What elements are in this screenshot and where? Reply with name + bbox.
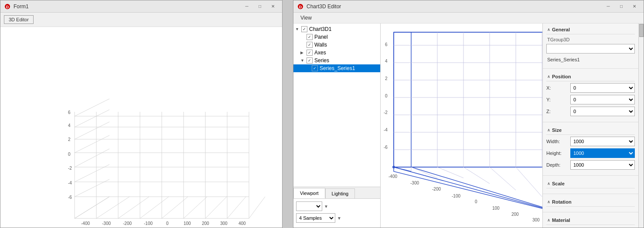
3d-editor-button[interactable]: 3D Editor bbox=[4, 15, 34, 24]
tab-lighting[interactable]: Lighting bbox=[325, 188, 355, 198]
scrollbar-thumb[interactable] bbox=[639, 24, 644, 37]
x-dropdown[interactable]: 0 bbox=[570, 83, 635, 93]
z-dropdown[interactable]: 0 bbox=[570, 107, 635, 116]
size-header[interactable]: ∧ Size bbox=[546, 126, 635, 135]
editor-minimize-button[interactable]: ─ bbox=[603, 2, 614, 11]
depth-row: Depth: 1000 bbox=[546, 160, 635, 170]
x-label: X: bbox=[546, 85, 570, 91]
series-name-label: Series_Series1 bbox=[546, 56, 635, 65]
form1-close-button[interactable]: ✕ bbox=[267, 2, 279, 11]
general-header[interactable]: ∧ General bbox=[546, 25, 635, 34]
tree-item-axes[interactable]: ▶ ✓ Axes bbox=[293, 49, 380, 57]
series-series1-checkbox[interactable]: ✓ bbox=[312, 65, 318, 71]
tree-item-chart3d1[interactable]: ▼ ✓ Chart3D1 bbox=[293, 25, 380, 33]
svg-text:2: 2 bbox=[385, 76, 388, 81]
form1-app-icon: D bbox=[4, 3, 11, 10]
series-checkbox[interactable]: ✓ bbox=[307, 57, 313, 64]
svg-text:-400: -400 bbox=[388, 174, 397, 179]
svg-text:-2: -2 bbox=[384, 110, 388, 115]
svg-text:300: 300 bbox=[532, 218, 540, 222]
svg-line-36 bbox=[96, 197, 129, 218]
tree-item-walls[interactable]: ▶ ✓ Walls bbox=[293, 41, 380, 49]
form1-maximize-button[interactable]: □ bbox=[254, 2, 266, 11]
color-dropdown[interactable] bbox=[296, 201, 322, 211]
svg-marker-70 bbox=[411, 32, 542, 167]
view-menu[interactable]: View bbox=[297, 14, 315, 22]
axes-checkbox[interactable]: ✓ bbox=[307, 50, 313, 56]
svg-line-83 bbox=[411, 167, 437, 178]
svg-text:100: 100 bbox=[492, 206, 500, 211]
editor-content: ▼ ✓ Chart3D1 ▶ ✓ Panel ▶ ✓ Walls bbox=[293, 23, 644, 228]
divider-3 bbox=[543, 175, 638, 176]
material-header[interactable]: ∧ Material bbox=[546, 216, 635, 225]
width-label: Width: bbox=[546, 139, 570, 144]
rotation-header[interactable]: ∧ Rotation bbox=[546, 198, 635, 207]
chart3d1-expand-icon: ▼ bbox=[295, 27, 300, 31]
right-scrollbar[interactable] bbox=[638, 23, 644, 228]
y-dropdown[interactable]: 0 bbox=[570, 95, 635, 104]
svg-line-43 bbox=[249, 197, 265, 218]
size-section: ∧ Size Width: 1000 Height: 1000 Depth: bbox=[543, 124, 638, 174]
svg-text:-400: -400 bbox=[81, 221, 90, 226]
svg-text:400: 400 bbox=[239, 221, 246, 226]
svg-text:0: 0 bbox=[385, 94, 388, 98]
scale-label: Scale bbox=[552, 181, 565, 186]
editor-maximize-button[interactable]: □ bbox=[616, 2, 627, 11]
svg-text:D: D bbox=[299, 5, 302, 9]
svg-text:2: 2 bbox=[68, 137, 71, 142]
panel-checkbox[interactable]: ✓ bbox=[307, 34, 313, 40]
svg-line-40 bbox=[184, 197, 207, 218]
svg-line-88 bbox=[542, 167, 542, 204]
panel-label: Panel bbox=[314, 34, 328, 40]
svg-text:D: D bbox=[6, 5, 9, 9]
editor-app-icon: D bbox=[297, 3, 304, 10]
position-header[interactable]: ∧ Position bbox=[546, 72, 635, 81]
form1-title: Form1 bbox=[14, 3, 241, 10]
depth-dropdown[interactable]: 1000 bbox=[570, 160, 635, 170]
samples-dropdown-arrow[interactable]: ▼ bbox=[337, 216, 341, 221]
color-dropdown-arrow[interactable]: ▼ bbox=[324, 204, 328, 209]
chart3d1-checkbox[interactable]: ✓ bbox=[301, 26, 307, 32]
position-chevron-icon: ∧ bbox=[547, 74, 550, 79]
form1-controls: ─ □ ✕ bbox=[241, 2, 279, 11]
divider-1 bbox=[543, 68, 638, 69]
samples-dropdown-row: 4 Samples ▼ bbox=[296, 213, 378, 223]
height-label: Height: bbox=[546, 151, 570, 156]
svg-line-39 bbox=[162, 197, 188, 218]
height-dropdown[interactable]: 1000 bbox=[570, 148, 635, 158]
z-row: Z: 0 bbox=[546, 107, 635, 116]
svg-line-87 bbox=[516, 167, 542, 197]
form1-chart-area: 6 4 2 0 -2 -4 -6 -400 -300 -200 -100 0 1… bbox=[0, 27, 282, 228]
editor-window: D Chart3D Editor ─ □ ✕ View ▼ ✓ Chart3D1 bbox=[293, 0, 644, 228]
axes-expand-icon: ▶ bbox=[300, 50, 306, 55]
divider-5 bbox=[543, 212, 638, 212]
scale-header[interactable]: ∧ Scale bbox=[546, 179, 635, 188]
type-dropdown[interactable] bbox=[546, 44, 635, 54]
walls-checkbox[interactable]: ✓ bbox=[307, 42, 313, 48]
general-chevron-icon: ∧ bbox=[547, 27, 550, 32]
y-row: Y: 0 bbox=[546, 95, 635, 104]
editor-close-button[interactable]: ✕ bbox=[629, 2, 640, 11]
editor-menu-bar: View bbox=[293, 13, 644, 23]
svg-line-42 bbox=[227, 197, 246, 218]
position-label: Position bbox=[552, 74, 571, 79]
editor-controls: ─ □ ✕ bbox=[603, 2, 640, 11]
tree-item-series[interactable]: ▼ ✓ Series bbox=[293, 57, 380, 64]
series-series1-label: Series_Series1 bbox=[320, 65, 355, 71]
divider-4 bbox=[543, 194, 638, 194]
samples-dropdown[interactable]: 4 Samples bbox=[296, 213, 335, 223]
width-dropdown[interactable]: 1000 bbox=[570, 137, 635, 146]
tree-panel: ▼ ✓ Chart3D1 ▶ ✓ Panel ▶ ✓ Walls bbox=[293, 23, 381, 228]
tab-viewport[interactable]: Viewport bbox=[293, 188, 325, 198]
form1-toolbar: 3D Editor bbox=[0, 13, 282, 27]
editor-chart-svg: 6 4 2 0 -2 -4 -6 -400 -300 -200 -100 0 1… bbox=[381, 23, 542, 225]
rotation-label: Rotation bbox=[552, 199, 572, 205]
type-label: TGroup3D bbox=[546, 36, 635, 44]
form1-minimize-button[interactable]: ─ bbox=[241, 2, 252, 11]
tree-item-panel[interactable]: ▶ ✓ Panel bbox=[293, 33, 380, 41]
y-label: Y: bbox=[546, 97, 570, 102]
svg-text:-300: -300 bbox=[410, 181, 419, 185]
svg-text:200: 200 bbox=[202, 221, 209, 226]
svg-point-98 bbox=[392, 166, 395, 168]
tree-item-series-series1[interactable]: ▶ ✓ Series_Series1 bbox=[293, 64, 380, 72]
